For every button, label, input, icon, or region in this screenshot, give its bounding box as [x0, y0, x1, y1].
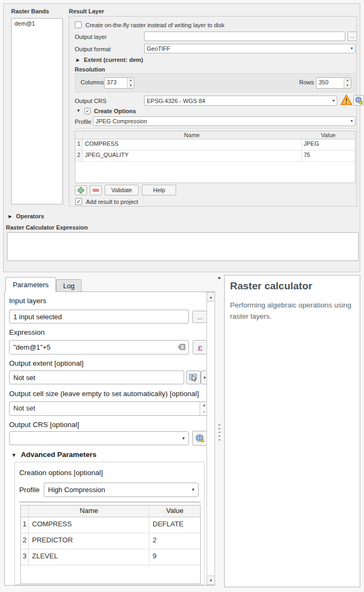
cell-size-value: Not set	[10, 402, 200, 415]
collapse-panel-icon[interactable]: ◄	[217, 275, 221, 280]
option-value-cell[interactable]: 75	[302, 151, 355, 161]
operators-collapse-icon[interactable]: ▶	[9, 214, 12, 219]
scrollbar-thumb[interactable]	[207, 302, 215, 575]
help-panel-title: Raster calculator	[230, 280, 312, 292]
operators-header[interactable]: Operators	[16, 213, 44, 219]
output-extent-field[interactable]	[9, 370, 184, 384]
raster-bands-list[interactable]: dem@1	[11, 18, 63, 204]
profile-label: Profile	[19, 486, 39, 494]
add-option-button[interactable]	[75, 185, 87, 195]
option-value-cell[interactable]: DEFLATE	[149, 517, 200, 533]
calculator-expression-textarea[interactable]	[7, 232, 359, 261]
parameters-panel: Input layers ... Expression ε Output ext…	[4, 291, 215, 586]
crs-globe-icon	[354, 96, 363, 105]
add-result-label: Add result to project	[86, 199, 138, 205]
column-header-name: Name	[29, 506, 149, 517]
chevron-down-icon: ▾	[192, 487, 194, 492]
draw-extent-button[interactable]	[186, 370, 201, 384]
rows-label: Rows	[299, 79, 314, 85]
create-options-collapse-icon[interactable]: ▼	[76, 108, 81, 113]
output-crs-optional-combo[interactable]: ▾	[9, 431, 189, 445]
help-button[interactable]: Help	[142, 185, 176, 195]
row-index: 1	[75, 139, 83, 150]
minus-icon	[92, 187, 99, 194]
profile-combo[interactable]: High Compression ▾	[44, 483, 199, 497]
chevron-down-icon: ▾	[351, 119, 353, 123]
advanced-parameters-group: Creation options [optional] Profile High…	[14, 462, 204, 585]
select-crs-button[interactable]	[353, 95, 364, 106]
advanced-collapse-icon[interactable]: ▼	[11, 452, 17, 458]
onfly-checkbox[interactable]	[75, 21, 82, 28]
scroll-down-icon[interactable]: ▼	[207, 575, 215, 585]
onfly-label: Create on-the-fly raster instead of writ…	[85, 22, 224, 28]
output-crs-optional-label: Output CRS [optional]	[9, 421, 79, 429]
extent-header[interactable]: Extent (current: dem)	[84, 57, 143, 63]
tab-log[interactable]: Log	[56, 279, 82, 292]
tab-parameters[interactable]: Parameters	[5, 277, 56, 292]
option-name-cell[interactable]: COMPRESS	[29, 517, 149, 533]
chevron-down-icon: ▾	[333, 99, 335, 103]
result-layer-group: Create on-the-fly raster instead of writ…	[69, 16, 357, 207]
output-crs-value: EPSG:4326 - WGS 84	[147, 98, 333, 104]
input-layers-field[interactable]	[9, 310, 189, 323]
create-options-checkbox[interactable]: ✓	[84, 108, 91, 114]
advanced-parameters-header[interactable]: Advanced Parameters	[21, 451, 97, 459]
clear-field-icon[interactable]	[177, 343, 186, 351]
validate-button[interactable]: Validate	[105, 185, 139, 195]
row-index: 2	[21, 533, 29, 549]
crs-globe-icon	[195, 433, 205, 444]
column-header-value: Value	[149, 506, 200, 517]
option-value-cell[interactable]: 9	[149, 549, 200, 565]
row-index: 1	[21, 517, 29, 533]
option-value-cell[interactable]: 2	[149, 533, 200, 549]
output-crs-combo[interactable]: EPSG:4326 - WGS 84 ▾	[144, 96, 337, 106]
resolution-box: Columns 373 ▲▼ Rows 350 ▲▼	[75, 73, 355, 92]
spin-up-icon[interactable]: ▲	[344, 78, 351, 83]
divider	[19, 502, 201, 502]
output-format-value: GeoTIFF	[147, 45, 351, 52]
spin-down-icon[interactable]: ▼	[344, 83, 351, 89]
expression-label: Expression	[9, 328, 45, 336]
option-name-cell[interactable]: ZLEVEL	[29, 549, 149, 565]
select-crs-optional-button[interactable]	[192, 431, 208, 446]
cell-size-spinner[interactable]: Not set ▲▼	[9, 401, 209, 416]
output-format-label: Output format	[75, 46, 110, 52]
output-layer-input[interactable]	[144, 31, 345, 41]
scroll-up-icon[interactable]: ▲	[207, 293, 215, 302]
columns-label: Columns	[81, 79, 104, 85]
column-header-value: Value	[302, 131, 355, 139]
input-layers-label: Input layers	[9, 297, 46, 305]
scrollbar[interactable]: ▲ ▼	[207, 292, 215, 585]
create-options-table: Name Value 1 COMPRESS JPEG 2 JPEG_QUALIT…	[75, 131, 355, 183]
spin-down-icon[interactable]: ▼	[128, 83, 134, 89]
option-name-cell[interactable]: PREDICTOR	[29, 533, 149, 549]
output-format-combo[interactable]: GeoTIFF ▾	[144, 44, 355, 53]
remove-option-button[interactable]	[90, 185, 102, 195]
table-header: Name Value	[75, 131, 355, 139]
extent-collapse-icon[interactable]: ▶	[76, 58, 80, 62]
option-name-cell[interactable]: COMPRESS	[83, 139, 302, 150]
list-item[interactable]: dem@1	[12, 19, 62, 28]
rows-spinner[interactable]: 350 ▲▼	[316, 77, 351, 89]
help-panel: Raster calculator Performing algebraic o…	[224, 275, 360, 587]
expression-field[interactable]	[9, 340, 189, 354]
input-layers-browse-button[interactable]: ...	[192, 311, 208, 323]
expression-builder-button[interactable]: ε	[193, 340, 208, 354]
extent-cursor-icon	[189, 373, 198, 382]
check-icon: ✓	[85, 108, 90, 114]
option-name-cell[interactable]: JPEG_QUALITY	[83, 151, 302, 161]
spin-up-icon[interactable]: ▲	[128, 78, 134, 83]
columns-value: 373	[105, 78, 127, 88]
raster-bands-title: Raster Bands	[11, 8, 49, 14]
check-icon: ✓	[76, 199, 81, 204]
columns-spinner[interactable]: 373 ▲▼	[104, 77, 134, 89]
option-value-cell[interactable]: JPEG	[302, 139, 355, 150]
plus-icon	[77, 187, 84, 194]
add-result-checkbox[interactable]: ✓	[75, 198, 82, 205]
profile-combo[interactable]: JPEG Compression ▾	[93, 116, 355, 126]
table-row: 2 PREDICTOR 2	[21, 533, 200, 549]
output-layer-browse-button[interactable]: ...	[347, 31, 357, 41]
splitter-handle[interactable]	[218, 424, 220, 443]
cell-size-label: Output cell size (leave empty to set aut…	[9, 390, 199, 398]
chevron-down-icon: ▾	[351, 46, 353, 51]
